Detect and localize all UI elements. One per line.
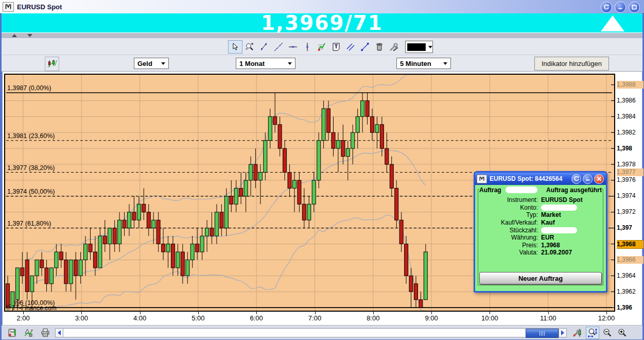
time-axis-label: 11:00 <box>536 314 560 322</box>
order-field-label: Valuta: <box>480 249 538 256</box>
order-field-row: Konto: <box>480 204 601 212</box>
order-field-value: 21.09.2007 <box>541 249 572 256</box>
price-axis-label: 1,3972 <box>617 208 643 216</box>
print-icon[interactable] <box>39 327 52 339</box>
svg-text:© TT-Finance.com: © TT-Finance.com <box>6 304 57 312</box>
time-axis-label: 2:00 <box>11 314 35 322</box>
price-axis-label: 1,3966 <box>617 256 643 264</box>
tool-zoom-icon[interactable] <box>242 40 257 54</box>
chevron-down-icon <box>288 62 292 65</box>
price-axis-label: 1,3968 <box>617 240 643 249</box>
interval-value: 5 Minuten <box>400 60 431 67</box>
order-field-label: Typ: <box>480 211 538 218</box>
tool-measure-icon[interactable] <box>358 40 372 54</box>
maximize-button-maximize-icon[interactable] <box>629 2 640 13</box>
tool-horizontal-line-icon[interactable] <box>286 40 300 54</box>
zoom-out-icon[interactable] <box>601 327 614 339</box>
tool-parallel-lines-icon[interactable] <box>343 40 358 54</box>
order-field-label: Kauf/Verkauf: <box>480 219 538 226</box>
price-axis-label: 1,3976 <box>617 176 643 184</box>
line-color-select[interactable] <box>405 41 433 53</box>
chart-type-button[interactable] <box>45 57 59 71</box>
zoom-in-icon[interactable] <box>616 327 629 339</box>
collapse-down-icon[interactable] <box>27 34 32 37</box>
dialog-close-button[interactable] <box>594 174 604 184</box>
order-field-value: 1,3968 <box>541 242 560 249</box>
shade-button-refresh-icon[interactable] <box>601 2 612 13</box>
order-dialog-titlebar: EURUSD Spot: 84426564 <box>475 173 606 185</box>
chevron-down-icon <box>161 62 165 65</box>
price-axis-label: 1,3964 <box>617 272 643 280</box>
chart-objects-icon[interactable] <box>22 327 36 339</box>
order-dialog-title: EURUSD Spot: 84426564 <box>490 175 571 182</box>
time-axis-label: 9:00 <box>420 314 443 322</box>
collapse-up-icon[interactable] <box>12 34 17 37</box>
scroll-right-button[interactable] <box>559 328 567 337</box>
chart-settings-icon[interactable] <box>571 327 584 339</box>
order-field-value: EUR <box>541 234 554 241</box>
order-dialog: EURUSD Spot: 84426564 Auftrag Auftrag au… <box>474 171 607 293</box>
zoom-pan-icon[interactable] <box>586 327 599 339</box>
time-axis-tick <box>606 312 607 314</box>
tool-text-icon[interactable] <box>329 40 343 54</box>
svg-text:1,3977 (38,20%): 1,3977 (38,20%) <box>7 164 55 172</box>
tool-cursor-icon[interactable] <box>228 40 242 54</box>
tool-trendline-icon[interactable] <box>257 40 271 54</box>
price-axis-label: 1,397 <box>617 224 643 232</box>
time-axis-tick <box>431 312 432 314</box>
order-field-label: Preis: <box>480 242 538 249</box>
time-axis-tick <box>198 312 199 314</box>
redacted-value <box>541 205 577 211</box>
order-field-label: Konto: <box>480 204 538 211</box>
chart-scrollbar <box>55 328 567 337</box>
order-field-label: Währung: <box>480 234 538 241</box>
dialog-minimize-button[interactable] <box>583 174 593 184</box>
scroll-left-button[interactable] <box>55 328 63 337</box>
order-field-label: Stückzahl: <box>480 227 538 234</box>
order-dialog-body: Auftrag Auftrag ausgeführt Instrument:EU… <box>475 185 606 290</box>
time-axis-tick <box>140 312 141 314</box>
time-axis-tick <box>81 312 82 314</box>
tool-indicator-icon[interactable] <box>315 40 329 54</box>
chevron-down-icon <box>443 62 447 65</box>
add-indicator-button[interactable]: Indikator hinzufügen <box>534 57 609 71</box>
price-axis-label: 1,3974 <box>617 192 643 200</box>
time-axis-tick <box>548 312 549 314</box>
scrollbar-thumb[interactable] <box>526 329 559 338</box>
price-axis-label: 1,3978 <box>617 161 643 168</box>
time-axis-tick <box>23 312 24 314</box>
svg-text:1,397 (61,80%): 1,397 (61,80%) <box>7 220 51 227</box>
range-select[interactable]: 1 Monat <box>236 58 295 69</box>
dialog-refresh-button[interactable] <box>571 174 581 184</box>
svg-text:1,3987 (0,00%): 1,3987 (0,00%) <box>7 84 51 92</box>
tool-vertical-line-icon[interactable] <box>300 40 315 54</box>
minimize-button-minimize-icon[interactable] <box>615 2 626 13</box>
order-field-value: Market <box>541 211 561 218</box>
new-order-button[interactable]: Neuer Auftrag <box>479 272 602 284</box>
price-axis-label: 1,3988 <box>617 81 643 89</box>
chart-settings-toolbar: Geld 1 Monat 5 Minuten Indikator hinzufü… <box>2 55 642 72</box>
chevron-down-icon <box>428 46 432 48</box>
order-field-row: Kauf/Verkauf:Kauf <box>480 219 601 227</box>
price-axis-label: 1,396 <box>617 304 643 312</box>
order-field-row: Stückzahl: <box>480 226 601 234</box>
save-chart-icon[interactable] <box>6 327 19 339</box>
bottom-toolbar <box>2 326 642 339</box>
tool-extended-line-icon[interactable] <box>271 40 286 54</box>
time-axis-tick <box>373 312 374 314</box>
time-axis-label: 6:00 <box>245 314 268 322</box>
tool-settings-icon[interactable] <box>387 40 401 54</box>
range-value: 1 Monat <box>239 60 265 67</box>
order-field-label: Instrument: <box>480 196 538 203</box>
time-axis-label: 7:00 <box>303 314 327 322</box>
time-axis-label: 8:00 <box>361 314 385 322</box>
drawing-toolbar <box>2 38 642 55</box>
time-axis-tick <box>490 312 490 314</box>
tool-delete-icon[interactable] <box>372 40 387 54</box>
interval-select[interactable]: 5 Minuten <box>396 58 451 69</box>
scrollbar-track[interactable] <box>63 328 559 337</box>
order-field-row: Instrument:EURUSD Spot <box>480 196 601 204</box>
price-type-select[interactable]: Geld <box>134 58 169 69</box>
time-axis-label: 10:00 <box>478 314 501 322</box>
price-axis-label: 1,398 <box>617 145 643 152</box>
